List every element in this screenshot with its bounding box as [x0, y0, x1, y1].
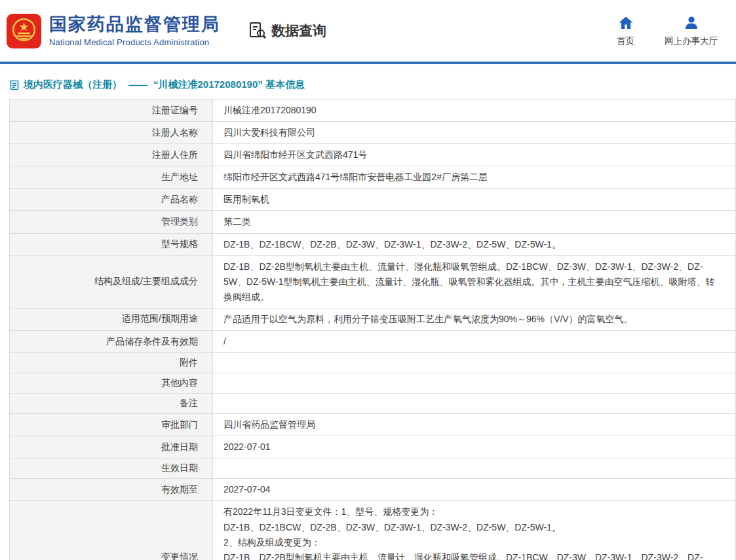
table-row-change-info: 变更情况 有2022年11月3日变更文件：1、型号、规格变更为： DZ-1B、D… — [10, 501, 735, 560]
row-label: 结构及组成/主要组成成分 — [10, 256, 213, 308]
row-value: 四川省药品监督管理局 — [213, 414, 735, 436]
header-divider — [0, 62, 736, 64]
person-icon — [684, 15, 699, 31]
table-row-remarks: 备注 — [10, 394, 735, 414]
table-row-storage-conditions: 产品储存条件及有效期 / — [10, 331, 735, 353]
row-label: 变更情况 — [10, 501, 213, 560]
national-emblem-logo — [7, 14, 41, 48]
nav-online-hall-label: 网上办事大厅 — [665, 35, 718, 47]
row-label: 附件 — [10, 353, 213, 373]
table-row-approval-date: 批准日期 2022-07-01 — [10, 436, 735, 458]
page-title: “川械注准20172080190” 基本信息 — [153, 79, 305, 91]
breadcrumb-separator: —— — [128, 79, 147, 90]
row-value — [213, 373, 735, 393]
row-label: 产品储存条件及有效期 — [10, 331, 213, 352]
brand-logo-link[interactable]: 国家药品监督管理局 National Medical Products Admi… — [7, 14, 220, 48]
nav-online-hall[interactable]: 网上办事大厅 — [665, 15, 718, 47]
data-query-link[interactable]: 数据查询 — [248, 21, 326, 41]
row-label: 其他内容 — [10, 373, 213, 393]
row-value: 第二类 — [213, 211, 735, 233]
row-label: 审批部门 — [10, 414, 213, 436]
row-value: DZ-1B、DZ-2B型制氧机主要由主机、流量计、湿化瓶和吸氧管组成。DZ-1B… — [213, 256, 735, 308]
row-label: 注册人名称 — [10, 122, 213, 143]
table-row-effective-date: 生效日期 — [10, 458, 735, 479]
breadcrumb-category[interactable]: 境内医疗器械（注册） — [24, 79, 122, 91]
table-row-structure-composition: 结构及组成/主要组成成分 DZ-1B、DZ-2B型制氧机主要由主机、流量计、湿化… — [10, 256, 735, 308]
row-value: 医用制氧机 — [213, 189, 735, 210]
row-value: 产品适用于以空气为原料，利用分子筛变压吸附工艺生产氧气浓度为90%～96%（V/… — [213, 308, 735, 330]
table-row-approval-department: 审批部门 四川省药品监督管理局 — [10, 414, 735, 436]
document-icon — [9, 80, 20, 90]
table-row-intended-use: 适用范围/预期用途 产品适用于以空气为原料，利用分子筛变压吸附工艺生产氧气浓度为… — [10, 308, 735, 331]
top-nav: 首页 网上办事大厅 — [617, 15, 718, 47]
nav-home[interactable]: 首页 — [617, 15, 634, 47]
row-value: 四川大爱科技有限公司 — [213, 122, 735, 143]
page: 国家药品监督管理局 National Medical Products Admi… — [0, 0, 736, 560]
org-name-cn: 国家药品监督管理局 — [49, 14, 220, 35]
row-value: 2022-07-01 — [213, 436, 735, 458]
data-query-label: 数据查询 — [271, 22, 326, 40]
row-label: 注册证编号 — [10, 100, 213, 121]
row-value: / — [213, 331, 735, 352]
home-icon — [618, 15, 634, 31]
row-value — [213, 394, 735, 413]
row-label: 生效日期 — [10, 458, 213, 478]
row-value: 有2022年11月3日变更文件：1、型号、规格变更为： DZ-1B、DZ-1BC… — [213, 501, 735, 560]
row-label: 注册人住所 — [10, 144, 213, 166]
table-row-cert-number: 注册证编号 川械注准20172080190 — [10, 100, 735, 122]
org-name-en: National Medical Products Administration — [49, 37, 220, 47]
nav-home-label: 首页 — [617, 35, 634, 47]
row-value: 2027-07-04 — [213, 479, 735, 500]
row-label: 备注 — [10, 394, 213, 413]
table-row-production-address: 生产地址 绵阳市经开区文武西路471号绵阳市安普电器工业园2#厂房第二层 — [10, 166, 735, 189]
row-label: 产品名称 — [10, 189, 213, 210]
site-header: 国家药品监督管理局 National Medical Products Admi… — [0, 0, 736, 62]
row-value: DZ-1B、DZ-1BCW、DZ-2B、DZ-3W、DZ-3W-1、DZ-3W-… — [213, 234, 735, 255]
table-row-model-spec: 型号规格 DZ-1B、DZ-1BCW、DZ-2B、DZ-3W、DZ-3W-1、D… — [10, 234, 735, 256]
row-value: 四川省绵阳市经开区文武西路471号 — [213, 144, 735, 166]
table-row-product-name: 产品名称 医用制氧机 — [10, 189, 735, 211]
row-value — [213, 353, 735, 373]
row-value — [213, 458, 735, 478]
row-label: 有效期至 — [10, 479, 213, 500]
table-row-expiry-date: 有效期至 2027-07-04 — [10, 479, 735, 501]
row-label: 批准日期 — [10, 436, 213, 458]
row-label: 生产地址 — [10, 166, 213, 188]
data-query-icon — [248, 21, 267, 41]
table-row-other-content: 其他内容 — [10, 373, 735, 394]
row-label: 型号规格 — [10, 234, 213, 255]
row-value: 绵阳市经开区文武西路471号绵阳市安普电器工业园2#厂房第二层 — [213, 166, 735, 188]
registration-info-table: 注册证编号 川械注准20172080190 注册人名称 四川大爱科技有限公司 注… — [9, 99, 736, 560]
table-row-registrant-address: 注册人住所 四川省绵阳市经开区文武西路471号 — [10, 144, 735, 166]
breadcrumb: 境内医疗器械（注册） —— “川械注准20172080190” 基本信息 — [9, 79, 727, 91]
row-label: 管理类别 — [10, 211, 213, 233]
table-row-management-class: 管理类别 第二类 — [10, 211, 735, 233]
brand-text: 国家药品监督管理局 National Medical Products Admi… — [49, 14, 220, 47]
table-row-attachments: 附件 — [10, 353, 735, 373]
row-label: 适用范围/预期用途 — [10, 308, 213, 330]
table-row-registrant-name: 注册人名称 四川大爱科技有限公司 — [10, 122, 735, 144]
row-value: 川械注准20172080190 — [213, 100, 735, 121]
